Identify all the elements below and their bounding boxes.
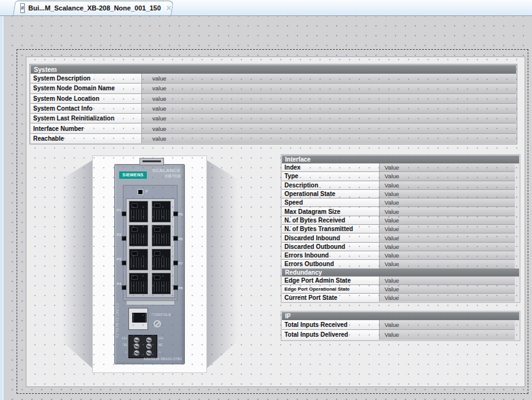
row-label: N. of Bytes Transmitted — [282, 225, 380, 233]
row-value: Value — [380, 243, 515, 251]
editor-canvas[interactable]: System System DescriptionvalueSystem Nod… — [0, 16, 532, 400]
row-value: Value — [380, 330, 515, 339]
table-row: N. of Bytes TransmittedValue — [282, 224, 515, 233]
din-rail-clip — [139, 158, 164, 165]
console-port — [128, 308, 148, 330]
table-row: Discarded InboundValue — [282, 233, 515, 241]
table-row: Total Inputs ReceivedValue — [282, 320, 515, 329]
console-label: CONSOLE — [152, 313, 171, 316]
row-label: Discarded Inbound — [282, 233, 380, 241]
ip-table-rows: Total Inputs ReceivedValueTotal Inputs D… — [282, 320, 519, 340]
row-label: System Contact Info — [31, 104, 142, 113]
article-number-label: 6GK5208-0BA00-2TB2 — [144, 357, 182, 361]
port-label: P1 — [117, 208, 121, 212]
rj45-port — [152, 273, 171, 294]
model-number-label: XB208 — [152, 173, 181, 179]
table-row: System Contact Infovalue — [31, 103, 516, 113]
prohibited-icon — [154, 320, 161, 327]
table-row: Current Port StateValue — [282, 293, 515, 302]
port-led — [122, 211, 127, 216]
row-label: Max Datagram Size — [282, 207, 380, 215]
port-label: P6 — [178, 237, 182, 241]
tab-bar: # Bui...M_Scalance_XB-208_None_001_150 × — [0, 0, 532, 16]
terminal-screw — [146, 337, 152, 343]
terminal-screw — [134, 350, 139, 356]
fault-led-label: F — [146, 189, 148, 194]
power-label: L2+ — [158, 336, 168, 340]
row-value: Value — [380, 181, 515, 189]
row-value: Value — [380, 294, 515, 302]
redundancy-table-rows: Edge Port Admin StateValueEdge Port Oper… — [282, 276, 519, 302]
power-label: ⊥ — [158, 350, 168, 353]
port-label: P4 — [117, 282, 121, 286]
row-label: N. of Bytes Received — [282, 216, 380, 224]
row-value: Value — [380, 276, 515, 284]
rj45-port — [129, 249, 148, 270]
port-label: P3 — [117, 257, 121, 261]
row-label: System Description — [31, 74, 142, 83]
row-label: Errors Inbound — [282, 251, 380, 259]
table-row: SpeedValue — [282, 198, 515, 206]
table-row: IndexValue — [282, 163, 515, 171]
terminal-screw — [146, 350, 152, 356]
row-value: value — [142, 114, 516, 123]
row-value: Value — [380, 225, 515, 233]
rj45-port — [129, 273, 148, 294]
faceplate-panel[interactable]: System System DescriptionvalueSystem Nod… — [26, 57, 525, 387]
row-value: value — [142, 124, 516, 133]
tab-close-icon[interactable]: × — [166, 4, 172, 12]
row-label: System Last Reinitialization — [31, 114, 142, 123]
label-strip — [126, 300, 175, 305]
port-plate — [126, 198, 175, 298]
row-label: System Node Location — [31, 94, 142, 103]
table-row: Reachablevalue — [31, 133, 516, 143]
terminal-screw — [134, 343, 139, 349]
row-value: Value — [380, 190, 515, 198]
siemens-logo: SIEMENS — [119, 171, 147, 179]
faceplate-document-icon: # — [20, 3, 25, 13]
table-row: Operational StateValue — [282, 189, 515, 198]
row-value: Value — [380, 163, 515, 171]
table-row: Discarded OutboundValue — [282, 242, 515, 251]
port-led — [173, 236, 178, 241]
port-led — [122, 236, 127, 241]
row-value: Value — [380, 172, 515, 180]
table-row: Total Inputs DeliveredValue — [282, 329, 515, 339]
system-table-header: System — [31, 65, 516, 74]
port-led — [122, 285, 127, 290]
table-row: Edge Port Admin StateValue — [282, 276, 515, 284]
power-terminal-block — [128, 335, 157, 358]
window-left-frame — [0, 16, 4, 400]
row-label: Total Inputs Received — [282, 320, 380, 329]
device-body: SIEMENS SCALANCE XB208 F CONSOLE P1 TO P… — [114, 164, 185, 364]
row-label: Edge Port Admin State — [282, 276, 380, 284]
image-shadow-right — [207, 160, 238, 368]
table-row: System Descriptionvalue — [31, 74, 516, 83]
port-led — [173, 285, 178, 290]
port-label: P5 — [178, 213, 182, 216]
row-value: Value — [380, 320, 515, 329]
table-row: Errors OutboundValue — [282, 259, 515, 268]
row-value: value — [142, 94, 516, 103]
port-label: P2 — [117, 233, 121, 237]
row-value: Value — [380, 251, 515, 259]
table-row: System Last Reinitializationvalue — [31, 113, 516, 123]
power-label: M1 — [117, 343, 127, 347]
interface-table[interactable]: Interface IndexValueTypeValueDescription… — [281, 154, 520, 303]
side-port-label: P1 TO P8 FE LAN CU — [115, 290, 119, 338]
ip-table-header: IP — [282, 312, 519, 320]
tab-scalance-faceplate[interactable]: # Bui...M_Scalance_XB-208_None_001_150 × — [13, 1, 171, 15]
terminal-screw — [146, 343, 152, 349]
device-model-label: SCALANCE XB208 — [152, 168, 181, 179]
system-table[interactable]: System System DescriptionvalueSystem Nod… — [29, 64, 517, 144]
row-value: Value — [380, 260, 515, 268]
ip-table[interactable]: IP Total Inputs ReceivedValueTotal Input… — [281, 311, 520, 341]
table-row: System Node Locationvalue — [31, 93, 516, 103]
row-label: Total Inputs Delivered — [282, 330, 380, 339]
rj45-port — [152, 249, 171, 270]
row-label: System Node Domain Name — [31, 84, 142, 93]
table-row: Interface Numbervalue — [31, 123, 516, 133]
row-label: Discarded Outbound — [282, 243, 380, 251]
port-led — [173, 261, 178, 265]
row-label: Type — [282, 172, 380, 180]
